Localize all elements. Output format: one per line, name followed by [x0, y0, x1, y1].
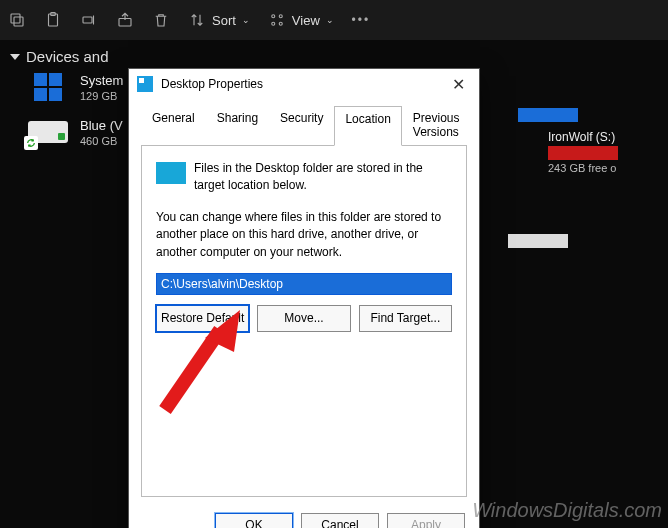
content: Devices and System 129 GB Blue (V 460 GB…: [0, 40, 668, 528]
tab-panel-location: Files in the Desktop folder are stored i…: [141, 145, 467, 497]
drive-size: 460 GB: [80, 135, 123, 147]
dialog-title: Desktop Properties: [161, 77, 263, 91]
sort-label: Sort: [212, 13, 236, 28]
folder-icon: [156, 162, 186, 184]
usage-bar: [518, 108, 578, 122]
location-desc-1: Files in the Desktop folder are stored i…: [194, 160, 452, 195]
svg-point-9: [279, 22, 282, 25]
chevron-down-icon: ⌄: [242, 15, 250, 25]
drive-name: System: [80, 73, 123, 88]
usage-bar-critical: [548, 146, 618, 160]
tab-security[interactable]: Security: [269, 105, 334, 145]
chevron-down-icon: [10, 54, 20, 60]
drive-size: 129 GB: [80, 90, 123, 102]
section-title: Devices and: [26, 48, 109, 65]
rename-icon[interactable]: [80, 11, 98, 29]
find-target-button[interactable]: Find Target...: [359, 305, 452, 332]
properties-dialog: Desktop Properties ✕ General Sharing Sec…: [128, 68, 480, 528]
view-label: View: [292, 13, 320, 28]
location-desc-2: You can change where files in this folde…: [156, 209, 452, 261]
tab-general[interactable]: General: [141, 105, 206, 145]
delete-icon[interactable]: [152, 11, 170, 29]
close-button[interactable]: ✕: [446, 73, 471, 96]
right-drives: IronWolf (S:) 243 GB free o: [548, 108, 668, 248]
location-path-input[interactable]: [156, 273, 452, 295]
view-menu[interactable]: View ⌄: [268, 11, 334, 29]
svg-point-8: [272, 22, 275, 25]
desktop-icon: [137, 76, 153, 92]
tablist: General Sharing Security Location Previo…: [129, 99, 479, 145]
sort-icon: [188, 11, 206, 29]
sort-menu[interactable]: Sort ⌄: [188, 11, 250, 29]
copy-icon[interactable]: [8, 11, 26, 29]
restore-default-button[interactable]: Restore Default: [156, 305, 249, 332]
svg-rect-0: [14, 17, 23, 26]
tab-previous-versions[interactable]: Previous Versions: [402, 105, 471, 145]
drive-name[interactable]: IronWolf (S:): [548, 130, 668, 144]
dialog-titlebar: Desktop Properties ✕: [129, 69, 479, 99]
view-icon: [268, 11, 286, 29]
chevron-down-icon: ⌄: [326, 15, 334, 25]
share-icon[interactable]: [116, 11, 134, 29]
drive-size: 243 GB free o: [548, 162, 668, 174]
svg-rect-4: [83, 17, 92, 23]
drive-os-icon: [28, 73, 72, 101]
dialog-footer: OK Cancel Apply: [129, 503, 479, 528]
drive-hdd-icon: [28, 118, 72, 146]
usage-bar: [508, 234, 568, 248]
more-icon[interactable]: •••: [352, 11, 370, 29]
paste-icon[interactable]: [44, 11, 62, 29]
move-button[interactable]: Move...: [257, 305, 350, 332]
ok-button[interactable]: OK: [215, 513, 293, 528]
sync-icon: [24, 136, 38, 150]
cancel-button[interactable]: Cancel: [301, 513, 379, 528]
watermark: WindowsDigitals.com: [472, 499, 662, 522]
svg-point-6: [272, 15, 275, 18]
tab-sharing[interactable]: Sharing: [206, 105, 269, 145]
svg-point-7: [279, 15, 282, 18]
svg-rect-1: [11, 14, 20, 23]
apply-button[interactable]: Apply: [387, 513, 465, 528]
drive-name: Blue (V: [80, 118, 123, 133]
tab-location[interactable]: Location: [334, 106, 401, 146]
toolbar: Sort ⌄ View ⌄ •••: [0, 0, 668, 40]
